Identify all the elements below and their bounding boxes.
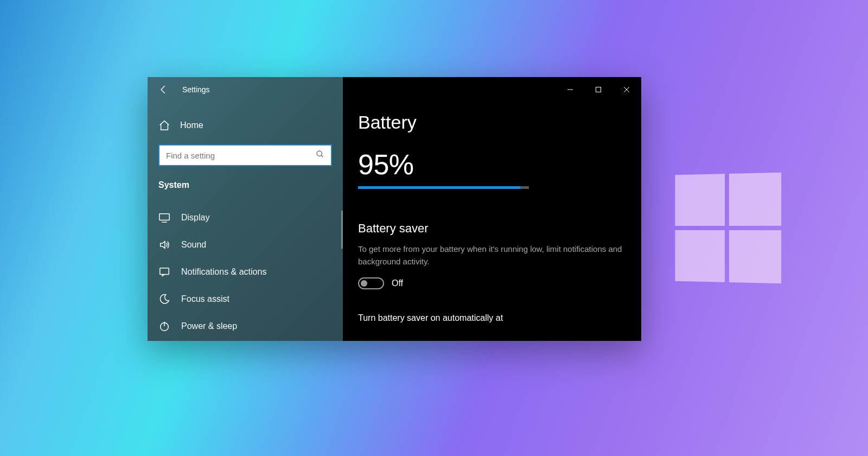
battery-progress-fill [358, 186, 520, 189]
battery-saver-toggle-row: Off [358, 277, 626, 289]
window-title: Settings [182, 85, 210, 94]
sidebar-item-label: Power & sleep [181, 321, 237, 331]
sidebar-item-label: Sound [181, 240, 206, 250]
sidebar-item-focus-assist[interactable]: Focus assist [148, 286, 343, 313]
maximize-button[interactable] [586, 77, 611, 102]
search-icon [316, 150, 324, 161]
power-icon [158, 320, 170, 332]
battery-saver-toggle[interactable] [358, 277, 384, 289]
svg-rect-2 [159, 214, 169, 220]
battery-saver-heading: Battery saver [358, 221, 626, 236]
sound-icon [158, 239, 170, 251]
home-label: Home [180, 121, 203, 130]
sidebar: Settings Home System Display [148, 77, 343, 341]
sidebar-item-power-sleep[interactable]: Power & sleep [148, 313, 343, 340]
battery-saver-description: To get more from your battery when it's … [358, 243, 626, 268]
sidebar-item-sound[interactable]: Sound [148, 231, 343, 258]
battery-saver-toggle-state: Off [392, 278, 403, 288]
notifications-icon [158, 266, 170, 278]
sidebar-item-notifications[interactable]: Notifications & actions [148, 258, 343, 286]
battery-progress-track [358, 186, 529, 189]
svg-line-1 [321, 155, 323, 157]
display-icon [158, 212, 170, 224]
titlebar-left: Settings [148, 77, 343, 102]
svg-point-0 [317, 151, 322, 156]
close-button[interactable] [614, 77, 639, 102]
svg-rect-4 [160, 268, 169, 275]
page-title: Battery [358, 112, 626, 133]
sidebar-item-display[interactable]: Display [148, 204, 343, 231]
search-container [148, 139, 343, 166]
minimize-button[interactable] [558, 77, 583, 102]
sidebar-item-label: Notifications & actions [181, 267, 266, 277]
content-pane: Battery 95% Battery saver To get more fr… [343, 77, 641, 341]
search-input[interactable] [166, 151, 316, 160]
sidebar-item-label: Display [181, 213, 209, 223]
search-box[interactable] [158, 144, 332, 166]
moon-icon [158, 293, 170, 305]
auto-on-label: Turn battery saver on automatically at [358, 313, 626, 323]
back-arrow-icon[interactable] [158, 84, 169, 95]
window-controls [343, 77, 641, 102]
toggle-knob [361, 280, 367, 287]
home-icon [158, 119, 170, 131]
sidebar-item-label: Focus assist [181, 294, 229, 304]
sidebar-item-home[interactable]: Home [148, 112, 343, 139]
sidebar-nav-list: Display Sound Notifications & actions Fo… [148, 192, 343, 340]
svg-rect-8 [596, 87, 601, 92]
sidebar-category-label: System [148, 166, 343, 192]
battery-percent-text: 95% [358, 148, 626, 181]
windows-logo-decorative [675, 173, 781, 284]
settings-window: Settings Home System Display [148, 77, 641, 341]
